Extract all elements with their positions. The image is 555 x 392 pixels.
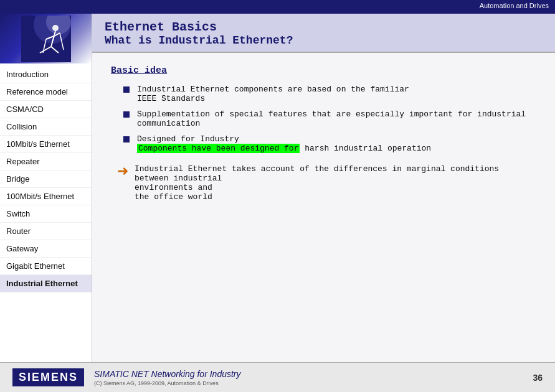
arrow-section: ➜ Industrial Ethernet takes account of t…	[117, 164, 536, 202]
sidebar: Introduction Reference model CSMA/CD Col…	[0, 14, 92, 362]
header-subtitle: What is Industrial Ethernet?	[105, 34, 543, 47]
bullet-text-1: Industrial Ethernet components are based…	[137, 85, 409, 103]
bullet-item-2: Supplementation of special features that…	[123, 110, 536, 128]
bullet-square-2	[123, 111, 130, 118]
content-area: Ethernet Basics What is Industrial Ether…	[92, 14, 555, 362]
sidebar-item-gateway[interactable]: Gateway	[0, 240, 92, 258]
sidebar-item-gigabit[interactable]: Gigabit Ethernet	[0, 258, 92, 275]
top-bar-label: Automation and Drives	[480, 2, 549, 9]
sidebar-item-industrial[interactable]: Industrial Ethernet	[0, 275, 92, 292]
sidebar-item-collision[interactable]: Collision	[0, 118, 92, 136]
sidebar-item-repeater[interactable]: Repeater	[0, 153, 92, 170]
arrow-line1: Industrial Ethernet takes account of the…	[135, 164, 499, 183]
sidebar-nav: Introduction Reference model CSMA/CD Col…	[0, 63, 92, 362]
bullet-square-1	[123, 86, 130, 93]
sidebar-item-reference-model[interactable]: Reference model	[0, 83, 92, 101]
sidebar-logo	[0, 14, 92, 63]
basic-idea-title: Basic idea	[111, 65, 536, 76]
sidebar-item-100mbit[interactable]: 100Mbit/s Ethernet	[0, 188, 92, 205]
footer-page-number: 36	[533, 373, 543, 383]
bullet1-line1: Industrial Ethernet components are based…	[137, 85, 409, 94]
footer-title: SIMATIC NET Networking for Industry	[94, 369, 240, 379]
header-title: Ethernet Basics	[105, 20, 543, 34]
arrow-icon: ➜	[117, 163, 128, 179]
content-header: Ethernet Basics What is Industrial Ether…	[92, 14, 555, 53]
arrow-line3: the office world	[135, 192, 212, 202]
bullet3-rest: harsh industrial operation	[300, 144, 431, 153]
logo-svg	[21, 16, 71, 62]
bullet-text-3: Designed for Industry Components have be…	[137, 134, 431, 153]
logo-image	[0, 14, 92, 63]
bullet-item-3: Designed for Industry Components have be…	[123, 134, 536, 153]
footer-title-italic: Networking for Industry	[151, 369, 241, 379]
footer-info: SIMATIC NET Networking for Industry (C) …	[94, 369, 240, 386]
bullet3-highlight: Components have been designed for	[137, 144, 300, 153]
sidebar-item-bridge[interactable]: Bridge	[0, 170, 92, 188]
sidebar-item-csma-cd[interactable]: CSMA/CD	[0, 101, 92, 118]
sidebar-item-introduction[interactable]: Introduction	[0, 66, 92, 83]
bullet1-line2: IEEE Standards	[137, 94, 205, 103]
siemens-logo: SIEMENS	[12, 368, 84, 386]
content-body: Basic idea Industrial Ethernet component…	[92, 53, 555, 362]
svg-point-3	[52, 25, 59, 31]
sidebar-item-switch[interactable]: Switch	[0, 205, 92, 223]
sidebar-item-router[interactable]: Router	[0, 223, 92, 240]
arrow-text: Industrial Ethernet takes account of the…	[135, 164, 536, 202]
sidebar-item-10mbit[interactable]: 10Mbit/s Ethernet	[0, 136, 92, 153]
footer-left: SIEMENS SIMATIC NET Networking for Indus…	[12, 368, 241, 386]
bullet-item-1: Industrial Ethernet components are based…	[123, 85, 536, 103]
footer-copyright: (C) Siemens AG, 1999-2009, Automation & …	[94, 380, 240, 386]
footer: SIEMENS SIMATIC NET Networking for Indus…	[0, 362, 555, 392]
top-bar: Automation and Drives	[0, 0, 555, 14]
bullet-list: Industrial Ethernet components are based…	[123, 85, 536, 153]
main-area: Introduction Reference model CSMA/CD Col…	[0, 14, 555, 362]
bullet3-line1: Designed for Industry	[137, 134, 239, 144]
footer-title-normal: SIMATIC NET	[94, 369, 151, 379]
bullet-text-2: Supplementation of special features that…	[137, 110, 536, 128]
bullet-square-3	[123, 136, 130, 142]
arrow-line2: environments and	[135, 183, 212, 192]
